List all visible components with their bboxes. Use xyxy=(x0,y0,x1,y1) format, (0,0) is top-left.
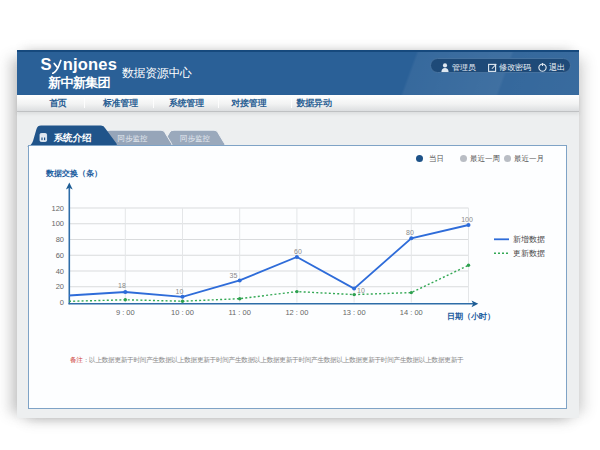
svg-text:80: 80 xyxy=(56,235,64,244)
svg-text:14 : 00: 14 : 00 xyxy=(400,308,423,317)
svg-text:9 : 00: 9 : 00 xyxy=(116,308,135,317)
svg-text:35: 35 xyxy=(230,272,238,279)
svg-text:20: 20 xyxy=(56,282,64,291)
svg-text:12 : 00: 12 : 00 xyxy=(285,308,308,317)
svg-text:60: 60 xyxy=(294,248,302,255)
svg-text:10 : 00: 10 : 00 xyxy=(171,308,194,317)
svg-text:40: 40 xyxy=(56,267,64,276)
svg-text:10: 10 xyxy=(357,287,365,294)
svg-text:80: 80 xyxy=(406,229,414,236)
svg-text:10: 10 xyxy=(176,288,184,295)
svg-text:13 : 00: 13 : 00 xyxy=(343,308,366,317)
svg-text:120: 120 xyxy=(51,204,64,213)
svg-text:0: 0 xyxy=(60,298,64,307)
svg-text:11 : 00: 11 : 00 xyxy=(229,308,251,317)
svg-text:18: 18 xyxy=(118,282,126,289)
svg-text:100: 100 xyxy=(461,216,473,223)
svg-text:100: 100 xyxy=(51,219,64,228)
svg-text:60: 60 xyxy=(56,251,64,260)
